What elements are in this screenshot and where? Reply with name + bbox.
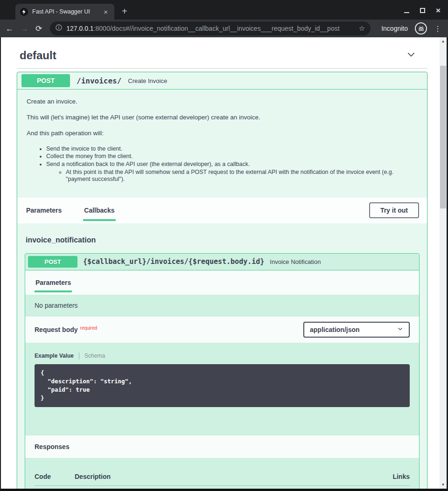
fastapi-favicon-icon (20, 8, 28, 16)
opblock-body: invoice_notification POST {$callback_url… (17, 223, 427, 489)
column-header-description: Description (75, 473, 368, 480)
operation-path: /invoices/ (77, 76, 121, 85)
opblock-summary[interactable]: POST /invoices/ Create Invoice (17, 72, 427, 90)
list-item: Collect the money from the client. (46, 153, 418, 160)
tab-callbacks[interactable]: Callbacks (83, 198, 115, 223)
tab-parameters[interactable]: Parameters (25, 198, 63, 223)
browser-window: Fast API - Swagger UI × + × ← → ⟳ 127.0.… (0, 0, 448, 491)
code-line: { (41, 369, 404, 377)
code-line: } (41, 394, 404, 402)
code-line: "paid": true (41, 386, 404, 394)
try-it-out-button[interactable]: Try it out (369, 202, 419, 218)
media-type-select[interactable]: application/json (303, 322, 410, 338)
tab-title: Fast API - Swagger UI (32, 8, 102, 15)
minimize-button[interactable] (404, 12, 409, 13)
chevron-down-icon[interactable] (406, 49, 416, 62)
scroll-down-icon[interactable]: ▼ (440, 483, 447, 487)
scroll-up-icon[interactable]: ▲ (440, 39, 447, 43)
opblock-post-invoices: POST /invoices/ Create Invoice Create an… (17, 72, 427, 489)
browser-tab[interactable]: Fast API - Swagger UI × (15, 4, 114, 20)
tab-close-icon[interactable]: × (102, 7, 110, 16)
code-line: "description": "string", (41, 377, 404, 386)
operation-description: Create an invoice. This will (let's imag… (17, 90, 427, 198)
browser-menu-icon[interactable]: ⋮ (434, 24, 441, 33)
page-scrollbar[interactable]: ▲ ▼ (440, 37, 447, 489)
callback-path: {$callback_url}/invoices/{$request.body.… (83, 257, 264, 266)
example-code-block: { "description": "string", "paid": true … (35, 364, 410, 408)
responses-table: Code Description Links 200 Successful Re… (25, 458, 419, 489)
tab-schema[interactable]: Schema (84, 353, 105, 359)
callback-opblock: POST {$callback_url}/invoices/{$request.… (25, 253, 420, 489)
new-tab-button[interactable]: + (122, 7, 127, 16)
required-badge: required (80, 325, 98, 331)
operation-tabs-header: Parameters Callbacks Try it out (17, 198, 427, 223)
forward-icon[interactable]: → (21, 25, 28, 33)
address-bar[interactable]: 127.0.0.1:8000/docs#//invoice_notificati… (50, 21, 371, 35)
no-parameters-text: No parameters (25, 295, 419, 317)
method-badge-post: POST (21, 74, 70, 87)
window-close-button[interactable]: × (436, 8, 441, 13)
table-row: 200 Successful Response No links (35, 486, 410, 489)
incognito-icon (415, 22, 427, 35)
url-path: :8000/docs#//invoice_notification__callb… (94, 25, 340, 32)
operation-summary: Create Invoice (128, 77, 167, 84)
callback-summary-text: Invoice Notification (270, 258, 321, 265)
description-paragraph: Create an invoice. (27, 98, 418, 106)
description-paragraph: And this path operation will: (27, 130, 418, 138)
responses-header: Responses (25, 436, 419, 458)
media-type-value: application/json (310, 326, 360, 333)
callback-parameters-header: Parameters (25, 270, 419, 295)
list-item: Send a notification back to the API user… (46, 161, 418, 183)
description-sublist: At this point is that the API will someh… (46, 169, 401, 183)
description-list: Send the invoice to the client. Collect … (27, 145, 418, 183)
url-text: 127.0.0.1:8000/docs#//invoice_notificati… (66, 25, 339, 32)
site-info-icon[interactable] (56, 24, 62, 33)
column-header-code: Code (35, 473, 75, 480)
callback-method-badge-post: POST (28, 256, 77, 268)
window-controls: × (404, 6, 441, 14)
callback-summary[interactable]: POST {$callback_url}/invoices/{$request.… (25, 254, 419, 270)
reload-icon[interactable]: ⟳ (35, 25, 42, 33)
scrollbar-thumb[interactable] (440, 66, 446, 208)
responses-table-head: Code Description Links (35, 465, 410, 486)
request-body-label: Request bodyrequired (35, 326, 97, 333)
tab-example-value[interactable]: Example Value (35, 353, 74, 359)
callback-tab-parameters[interactable]: Parameters (35, 270, 72, 295)
section-title: default (20, 49, 56, 62)
back-icon[interactable]: ← (6, 25, 14, 33)
select-chevron-icon (397, 326, 403, 333)
list-item: At this point is that the API will someh… (66, 169, 401, 183)
column-header-links: Links (368, 473, 410, 480)
description-paragraph: This will (let's imagine) let the API us… (27, 114, 418, 122)
browser-toolbar: ← → ⟳ 127.0.0.1:8000/docs#//invoice_noti… (0, 20, 448, 37)
callback-name: invoice_notification (25, 236, 420, 244)
example-section: Example Value Schema { "description": "s… (25, 343, 419, 436)
maximize-button[interactable] (420, 8, 425, 13)
tab-strip: Fast API - Swagger UI × + × (0, 0, 448, 20)
page-viewport: default POST /invoices/ Create Invoice C… (0, 37, 448, 491)
section-header-default[interactable]: default (17, 37, 427, 69)
request-body-header: Request bodyrequired application/json (25, 317, 419, 343)
url-host: 127.0.0.1 (66, 25, 93, 32)
bookmark-star-icon[interactable]: ☆ (359, 24, 365, 33)
page-content: default POST /invoices/ Create Invoice C… (1, 37, 440, 489)
tab-divider (79, 353, 79, 360)
incognito-label: Incognito (381, 25, 408, 32)
list-item: Send the invoice to the client. (46, 145, 418, 153)
